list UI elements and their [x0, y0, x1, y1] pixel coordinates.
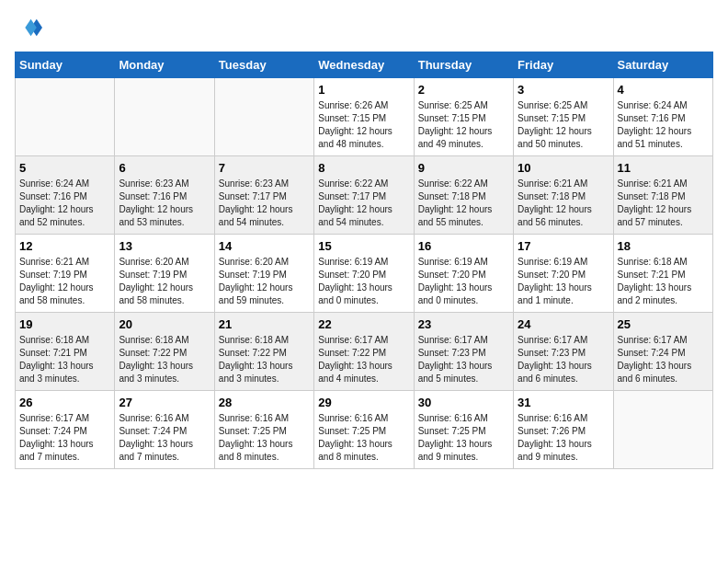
day-number: 6: [119, 161, 210, 175]
day-info: Sunrise: 6:19 AMSunset: 7:20 PMDaylight:…: [518, 256, 609, 307]
day-info: Sunrise: 6:23 AMSunset: 7:17 PMDaylight:…: [219, 178, 310, 229]
day-info: Sunrise: 6:26 AMSunset: 7:15 PMDaylight:…: [318, 99, 409, 151]
day-number: 20: [119, 317, 210, 331]
day-number: 14: [219, 239, 310, 253]
days-header-row: SundayMondayTuesdayWednesdayThursdayFrid…: [16, 52, 713, 78]
day-header-monday: Monday: [115, 52, 214, 78]
calendar-cell: 24Sunrise: 6:17 AMSunset: 7:23 PMDayligh…: [514, 313, 613, 391]
day-info: Sunrise: 6:21 AMSunset: 7:19 PMDaylight:…: [19, 256, 110, 307]
calendar-cell: 30Sunrise: 6:16 AMSunset: 7:25 PMDayligh…: [414, 391, 513, 469]
day-number: 3: [518, 83, 609, 97]
day-info: Sunrise: 6:17 AMSunset: 7:24 PMDaylight:…: [618, 334, 709, 385]
page-header: [15, 15, 713, 40]
day-number: 13: [119, 239, 210, 253]
calendar-cell: 3Sunrise: 6:25 AMSunset: 7:15 PMDaylight…: [514, 78, 613, 156]
calendar-week-row: 1Sunrise: 6:26 AMSunset: 7:15 PMDaylight…: [16, 78, 713, 156]
calendar-cell: 23Sunrise: 6:17 AMSunset: 7:23 PMDayligh…: [414, 313, 513, 391]
day-info: Sunrise: 6:24 AMSunset: 7:16 PMDaylight:…: [618, 99, 709, 151]
day-info: Sunrise: 6:17 AMSunset: 7:24 PMDaylight:…: [19, 412, 110, 464]
day-number: 30: [418, 396, 509, 409]
day-header-friday: Friday: [514, 52, 613, 78]
calendar-cell: 25Sunrise: 6:17 AMSunset: 7:24 PMDayligh…: [613, 313, 712, 391]
calendar-cell: 2Sunrise: 6:25 AMSunset: 7:15 PMDaylight…: [414, 78, 513, 156]
calendar-cell: 12Sunrise: 6:21 AMSunset: 7:19 PMDayligh…: [16, 235, 115, 313]
day-info: Sunrise: 6:20 AMSunset: 7:19 PMDaylight:…: [119, 256, 210, 307]
day-number: 26: [19, 396, 110, 409]
day-number: 27: [119, 396, 210, 409]
calendar-cell: 17Sunrise: 6:19 AMSunset: 7:20 PMDayligh…: [514, 235, 613, 313]
day-info: Sunrise: 6:23 AMSunset: 7:16 PMDaylight:…: [119, 178, 210, 229]
day-number: 22: [318, 317, 409, 331]
day-number: 23: [418, 317, 509, 331]
day-info: Sunrise: 6:22 AMSunset: 7:17 PMDaylight:…: [318, 178, 409, 229]
day-info: Sunrise: 6:16 AMSunset: 7:24 PMDaylight:…: [119, 412, 210, 464]
day-number: 21: [219, 317, 310, 331]
day-number: 5: [19, 161, 110, 175]
day-number: 17: [518, 239, 609, 253]
day-info: Sunrise: 6:16 AMSunset: 7:25 PMDaylight:…: [219, 412, 310, 464]
calendar-cell: 22Sunrise: 6:17 AMSunset: 7:22 PMDayligh…: [314, 313, 414, 391]
logo: [15, 15, 42, 40]
day-number: 2: [418, 83, 509, 97]
day-header-tuesday: Tuesday: [214, 52, 313, 78]
calendar-cell: [214, 78, 313, 156]
day-info: Sunrise: 6:17 AMSunset: 7:22 PMDaylight:…: [318, 334, 409, 385]
calendar-cell: 10Sunrise: 6:21 AMSunset: 7:18 PMDayligh…: [514, 156, 613, 235]
day-info: Sunrise: 6:24 AMSunset: 7:16 PMDaylight:…: [19, 178, 110, 229]
day-info: Sunrise: 6:22 AMSunset: 7:18 PMDaylight:…: [418, 178, 509, 229]
calendar-cell: 31Sunrise: 6:16 AMSunset: 7:26 PMDayligh…: [514, 391, 613, 469]
calendar-cell: [115, 78, 214, 156]
day-info: Sunrise: 6:18 AMSunset: 7:21 PMDaylight:…: [19, 334, 110, 385]
calendar-cell: 7Sunrise: 6:23 AMSunset: 7:17 PMDaylight…: [214, 156, 313, 235]
day-number: 10: [518, 161, 609, 175]
day-info: Sunrise: 6:16 AMSunset: 7:25 PMDaylight:…: [418, 412, 509, 464]
logo-icon: [17, 15, 42, 40]
day-info: Sunrise: 6:17 AMSunset: 7:23 PMDaylight:…: [518, 334, 609, 385]
calendar-cell: [16, 78, 115, 156]
calendar-week-row: 19Sunrise: 6:18 AMSunset: 7:21 PMDayligh…: [16, 313, 713, 391]
day-info: Sunrise: 6:25 AMSunset: 7:15 PMDaylight:…: [518, 99, 609, 151]
day-number: 25: [618, 317, 709, 331]
calendar-week-row: 5Sunrise: 6:24 AMSunset: 7:16 PMDaylight…: [16, 156, 713, 235]
day-number: 29: [318, 396, 409, 409]
day-number: 24: [518, 317, 609, 331]
day-number: 19: [19, 317, 110, 331]
calendar-cell: [613, 391, 712, 469]
day-number: 8: [318, 161, 409, 175]
calendar-cell: 26Sunrise: 6:17 AMSunset: 7:24 PMDayligh…: [16, 391, 115, 469]
calendar-cell: 6Sunrise: 6:23 AMSunset: 7:16 PMDaylight…: [115, 156, 214, 235]
calendar-table: SundayMondayTuesdayWednesdayThursdayFrid…: [15, 52, 713, 469]
day-number: 7: [219, 161, 310, 175]
day-info: Sunrise: 6:18 AMSunset: 7:22 PMDaylight:…: [119, 334, 210, 385]
day-info: Sunrise: 6:18 AMSunset: 7:21 PMDaylight:…: [618, 256, 709, 307]
day-number: 15: [318, 239, 409, 253]
calendar-cell: 8Sunrise: 6:22 AMSunset: 7:17 PMDaylight…: [314, 156, 414, 235]
calendar-cell: 29Sunrise: 6:16 AMSunset: 7:25 PMDayligh…: [314, 391, 414, 469]
calendar-cell: 1Sunrise: 6:26 AMSunset: 7:15 PMDaylight…: [314, 78, 414, 156]
day-info: Sunrise: 6:16 AMSunset: 7:25 PMDaylight:…: [318, 412, 409, 464]
calendar-cell: 16Sunrise: 6:19 AMSunset: 7:20 PMDayligh…: [414, 235, 513, 313]
calendar-cell: 15Sunrise: 6:19 AMSunset: 7:20 PMDayligh…: [314, 235, 414, 313]
day-number: 9: [418, 161, 509, 175]
calendar-cell: 21Sunrise: 6:18 AMSunset: 7:22 PMDayligh…: [214, 313, 313, 391]
day-info: Sunrise: 6:20 AMSunset: 7:19 PMDaylight:…: [219, 256, 310, 307]
calendar-cell: 27Sunrise: 6:16 AMSunset: 7:24 PMDayligh…: [115, 391, 214, 469]
day-number: 18: [618, 239, 709, 253]
day-info: Sunrise: 6:18 AMSunset: 7:22 PMDaylight:…: [219, 334, 310, 385]
day-info: Sunrise: 6:25 AMSunset: 7:15 PMDaylight:…: [418, 99, 509, 151]
day-info: Sunrise: 6:17 AMSunset: 7:23 PMDaylight:…: [418, 334, 509, 385]
day-number: 16: [418, 239, 509, 253]
day-number: 28: [219, 396, 310, 409]
calendar-cell: 11Sunrise: 6:21 AMSunset: 7:18 PMDayligh…: [613, 156, 712, 235]
day-header-saturday: Saturday: [613, 52, 712, 78]
calendar-cell: 9Sunrise: 6:22 AMSunset: 7:18 PMDaylight…: [414, 156, 513, 235]
calendar-cell: 19Sunrise: 6:18 AMSunset: 7:21 PMDayligh…: [16, 313, 115, 391]
calendar-cell: 18Sunrise: 6:18 AMSunset: 7:21 PMDayligh…: [613, 235, 712, 313]
day-number: 4: [618, 83, 709, 97]
day-number: 1: [318, 83, 409, 97]
day-header-wednesday: Wednesday: [314, 52, 414, 78]
day-number: 11: [618, 161, 709, 175]
calendar-cell: 20Sunrise: 6:18 AMSunset: 7:22 PMDayligh…: [115, 313, 214, 391]
calendar-cell: 5Sunrise: 6:24 AMSunset: 7:16 PMDaylight…: [16, 156, 115, 235]
calendar-week-row: 12Sunrise: 6:21 AMSunset: 7:19 PMDayligh…: [16, 235, 713, 313]
